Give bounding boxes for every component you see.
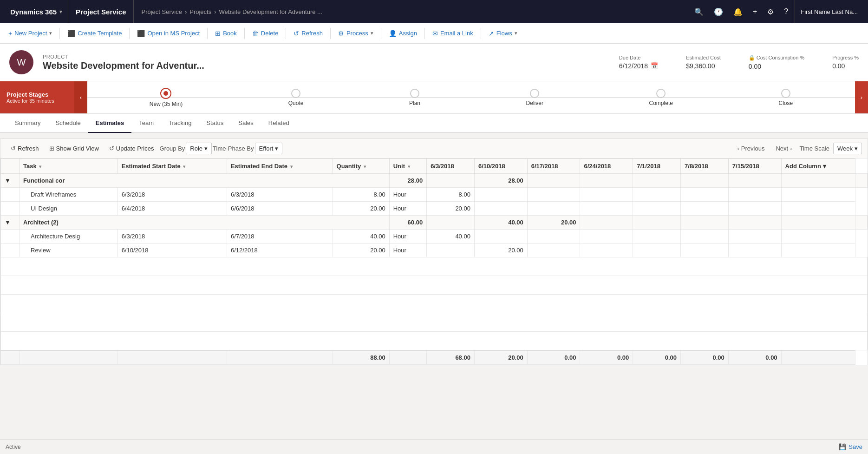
row3-date3: [527, 230, 580, 243]
alerts-icon[interactable]: 🔔: [731, 6, 744, 18]
create-template-icon: ⬛: [67, 30, 75, 37]
user-menu[interactable]: First Name Last Na...: [795, 0, 863, 23]
email-link-button[interactable]: ✉ Email a Link: [428, 27, 478, 40]
timescale-value: Week: [837, 145, 853, 152]
group-toggle-functional[interactable]: ▼: [1, 174, 20, 188]
row1-date1: 8.00: [427, 188, 475, 202]
show-grid-button[interactable]: ⊞ Show Grid View: [45, 143, 104, 154]
top-nav: Dynamics 365 ▾ Project Service Project S…: [0, 0, 868, 23]
empty-row-cell: [1, 276, 868, 295]
group-date2-architect: 20.00: [527, 216, 580, 230]
footer-addcol: [781, 350, 855, 365]
tab-related[interactable]: Related: [261, 114, 297, 133]
th-quantity-label: Quantity: [337, 163, 361, 170]
row4-date1: [427, 243, 475, 257]
tab-estimates[interactable]: Estimates: [88, 114, 131, 133]
assign-button[interactable]: 👤 Assign: [384, 27, 422, 40]
table-row: Draft Wireframes 6/3/2018 6/3/2018 8.00 …: [1, 188, 868, 202]
group-date2-functional: [527, 174, 580, 188]
estimates-refresh-button[interactable]: ↺ Refresh: [6, 143, 44, 154]
next-icon: ›: [790, 145, 792, 152]
stage-next-button[interactable]: ›: [855, 81, 868, 113]
footer-date3: 0.00: [527, 350, 580, 365]
estimated-cost-label: Estimated Cost: [686, 55, 721, 60]
flows-label: Flows: [496, 30, 512, 37]
group-date5-functional: [681, 174, 729, 188]
process-button[interactable]: ⚙ Process ▾: [333, 27, 378, 40]
stage-step-close[interactable]: Close: [778, 89, 793, 106]
group-date7-architect: [781, 216, 855, 230]
cmd-sep-3: [207, 28, 208, 39]
tab-summary[interactable]: Summary: [7, 114, 48, 133]
settings-icon[interactable]: ⚙: [765, 6, 776, 18]
tab-tracking[interactable]: Tracking: [161, 114, 199, 133]
stage-step-plan[interactable]: Plan: [409, 89, 420, 106]
cmd-sep-2: [129, 28, 130, 39]
breadcrumb-project-service[interactable]: Project Service: [141, 8, 182, 15]
timescale-dropdown[interactable]: Week ▾: [833, 143, 862, 154]
row3-task: Architecture Desig: [20, 230, 118, 243]
group-quantity-functional: 28.00: [389, 174, 426, 188]
row2-task: UI Design: [20, 202, 118, 216]
row3-date6: [681, 230, 729, 243]
breadcrumb-projects[interactable]: Projects: [189, 8, 211, 15]
app-name[interactable]: Project Service: [68, 0, 134, 23]
th-task[interactable]: Task ▾: [20, 159, 118, 174]
th-start-sort: ▾: [183, 164, 185, 169]
stage-steps: New (35 Min) Quote Plan Deliver Complete…: [87, 88, 855, 107]
brand-logo[interactable]: Dynamics 365 ▾: [5, 0, 68, 23]
row1-date2: [474, 188, 527, 202]
previous-button[interactable]: ‹ Previous: [733, 143, 768, 154]
next-button[interactable]: Next ›: [772, 143, 796, 154]
tab-schedule[interactable]: Schedule: [48, 114, 88, 133]
row1-end: 6/3/2018: [227, 188, 333, 202]
new-project-button[interactable]: + New Project ▾: [4, 27, 57, 40]
group-by-chevron: ▾: [204, 145, 208, 152]
recent-icon[interactable]: 🕐: [712, 6, 725, 18]
calendar-icon[interactable]: 📅: [651, 62, 658, 69]
row2-date6: [681, 202, 729, 216]
update-prices-button[interactable]: ↺ Update Prices: [104, 143, 159, 154]
stage-step-quote[interactable]: Quote: [288, 89, 304, 106]
create-template-button[interactable]: ⬛ Create Template: [63, 27, 126, 40]
open-ms-label: Open in MS Project: [147, 30, 200, 37]
help-icon[interactable]: ?: [782, 6, 790, 18]
cmd-sep-7: [381, 28, 381, 39]
group-date3-functional: [580, 174, 633, 188]
th-end[interactable]: Estimated End Date ▾: [227, 159, 333, 174]
search-icon[interactable]: 🔍: [692, 6, 705, 18]
estimates-section: ↺ Refresh ⊞ Show Grid View ↺ Update Pric…: [0, 138, 868, 365]
group-date1-functional: 28.00: [474, 174, 527, 188]
row2-start: 6/4/2018: [117, 202, 227, 216]
tab-status[interactable]: Status: [199, 114, 231, 133]
stage-circle-plan: [410, 89, 419, 98]
stage-title: Project Stages: [7, 91, 68, 98]
tab-sales[interactable]: Sales: [231, 114, 261, 133]
time-phase-by-dropdown[interactable]: Effort ▾: [255, 143, 283, 154]
row3-addcol: [781, 230, 855, 243]
group-by-dropdown[interactable]: Role ▾: [186, 143, 212, 154]
th-add-column[interactable]: Add Column ▾: [781, 159, 855, 174]
estimates-toolbar: ↺ Refresh ⊞ Show Grid View ↺ Update Pric…: [0, 139, 868, 158]
stage-step-new[interactable]: New (35 Min): [150, 88, 183, 107]
breadcrumb: Project Service › Projects › Website Dev…: [134, 8, 687, 15]
stage-connector-line: [87, 97, 855, 98]
flows-icon: ↗: [489, 30, 494, 37]
open-ms-project-button[interactable]: ⬛ Open in MS Project: [132, 27, 204, 40]
tab-team[interactable]: Team: [131, 114, 161, 133]
stage-collapse-button[interactable]: ‹: [74, 81, 87, 113]
flows-button[interactable]: ↗ Flows ▾: [484, 27, 522, 40]
row4-date4: [580, 243, 633, 257]
book-button[interactable]: ⊞ Book: [210, 27, 241, 40]
stage-step-deliver[interactable]: Deliver: [526, 89, 543, 106]
estimated-cost-field: Estimated Cost $9,360.00: [686, 55, 721, 70]
th-unit[interactable]: Unit ▾: [389, 159, 426, 174]
refresh-button[interactable]: ↺ Refresh: [289, 27, 327, 40]
th-start[interactable]: Estimated Start Date ▾: [117, 159, 227, 174]
th-quantity[interactable]: Quantity ▾: [333, 159, 389, 174]
stage-step-complete[interactable]: Complete: [649, 89, 673, 106]
group-toggle-architect[interactable]: ▼: [1, 216, 20, 230]
delete-button[interactable]: 🗑 Delete: [248, 27, 283, 40]
add-icon[interactable]: +: [751, 6, 759, 18]
footer-expand: [1, 350, 20, 365]
